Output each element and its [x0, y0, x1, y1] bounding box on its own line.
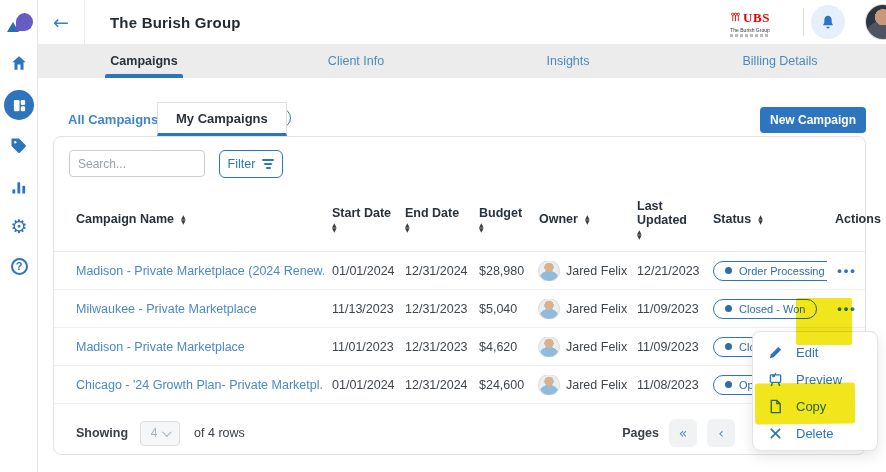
sort-icon[interactable]: ▲▼	[181, 214, 186, 224]
campaign-name-link[interactable]: Madison - Private Marketplace	[54, 340, 324, 354]
active-tab-underline	[105, 74, 183, 78]
budget-cell: $24,600	[471, 378, 531, 392]
row-actions-button[interactable]: •••	[827, 263, 865, 278]
owner-cell: Jared Felix	[531, 337, 629, 357]
bar-chart-icon	[11, 178, 28, 195]
status-dot-icon	[725, 343, 732, 350]
budget-cell: $5,040	[471, 302, 531, 316]
notifications-button[interactable]	[811, 5, 845, 39]
prev-page-button[interactable]: ‹	[707, 419, 735, 447]
owner-cell: Jared Felix	[531, 375, 629, 395]
pencil-icon	[768, 345, 783, 360]
ubs-tagline: The Burish Group	[730, 27, 769, 33]
status-dot-icon	[725, 267, 732, 274]
sidebar-item-settings[interactable]: ⚙	[0, 211, 38, 241]
sort-icon[interactable]: ▲▼	[758, 214, 763, 224]
menu-item-edit[interactable]: Edit	[753, 339, 877, 366]
app-logo	[7, 13, 33, 33]
left-sidebar: ⚙ ?	[0, 0, 38, 472]
page-size-select[interactable]: 4	[140, 421, 180, 446]
back-button[interactable]: ←	[38, 0, 85, 44]
campaign-name-link[interactable]: Milwaukee - Private Marketplace	[54, 302, 324, 316]
preview-icon	[768, 372, 783, 387]
gear-icon: ⚙	[10, 217, 27, 236]
pages-label: Pages	[622, 426, 659, 440]
last-updated-cell: 12/21/2023	[629, 264, 705, 278]
subtab-all-campaigns[interactable]: All Campaigns	[68, 104, 158, 134]
sidebar-item-help[interactable]: ?	[0, 251, 38, 281]
ubs-logo: UBS The Burish Group	[700, 6, 800, 40]
end-date-cell: 12/31/2024	[397, 264, 471, 278]
first-page-button[interactable]: «	[669, 419, 697, 447]
tab-billing-details[interactable]: Billing Details	[674, 44, 886, 78]
sort-icon[interactable]: ▲▼	[405, 222, 410, 232]
tab-label: Billing Details	[742, 54, 817, 68]
tab-campaigns[interactable]: Campaigns	[38, 44, 250, 78]
budget-cell: $4,620	[471, 340, 531, 354]
table-footer: Showing 4 of 4 rows Pages « ‹	[54, 411, 865, 455]
new-campaign-button[interactable]: New Campaign	[760, 107, 866, 133]
status-dot-icon	[725, 305, 732, 312]
owner-avatar	[539, 299, 559, 319]
tab-client-info[interactable]: Client Info	[250, 44, 462, 78]
subtab-my-campaigns[interactable]: My Campaigns	[157, 102, 287, 136]
filter-label: Filter	[228, 157, 256, 171]
tab-label: Client Info	[328, 54, 384, 68]
owner-avatar	[539, 337, 559, 357]
sidebar-item-analytics[interactable]	[0, 171, 38, 201]
end-date-cell: 12/31/2023	[397, 340, 471, 354]
col-budget[interactable]: Budget ▲▼	[471, 206, 531, 232]
sort-icon[interactable]: ▲▼	[479, 222, 484, 232]
help-icon: ?	[11, 258, 28, 275]
budget-cell: $28,980	[471, 264, 531, 278]
last-updated-cell: 11/09/2023	[629, 302, 705, 316]
filter-button[interactable]: Filter	[219, 150, 283, 178]
bell-icon	[820, 14, 836, 31]
menu-item-copy[interactable]: Copy	[753, 393, 877, 420]
table-row: Milwaukee - Private Marketplace 11/13/20…	[54, 290, 865, 328]
col-status[interactable]: Status ▲▼	[705, 212, 827, 226]
status-cell: Closed - Won	[705, 299, 827, 319]
end-date-cell: 12/31/2024	[397, 378, 471, 392]
start-date-cell: 01/01/2024	[324, 378, 397, 392]
sort-icon[interactable]: ▲▼	[637, 229, 642, 239]
col-owner[interactable]: Owner ▲▼	[531, 212, 629, 226]
start-date-cell: 01/01/2024	[324, 264, 397, 278]
menu-item-delete[interactable]: Delete	[753, 420, 877, 447]
header-divider	[803, 8, 804, 36]
x-icon	[768, 427, 783, 440]
sidebar-item-home[interactable]	[0, 48, 38, 78]
col-last-updated[interactable]: Last Updated ▲▼	[629, 199, 705, 239]
user-avatar[interactable]	[866, 5, 886, 39]
col-campaign-name[interactable]: Campaign Name ▲▼	[54, 212, 324, 226]
sidebar-item-tags[interactable]	[0, 131, 38, 161]
row-count-label: of 4 rows	[194, 426, 245, 440]
active-indicator	[4, 90, 34, 120]
ubs-wordmark: UBS	[743, 10, 770, 26]
last-updated-cell: 11/09/2023	[629, 340, 705, 354]
search-input[interactable]	[69, 150, 205, 177]
menu-item-preview[interactable]: Preview	[753, 366, 877, 393]
tab-insights[interactable]: Insights	[462, 44, 674, 78]
owner-cell: Jared Felix	[531, 261, 629, 281]
campaign-name-link[interactable]: Chicago - '24 Growth Plan- Private Marke…	[54, 378, 324, 392]
row-actions-button-open[interactable]: •••	[827, 301, 865, 316]
section-tabs: Campaigns Client Info Insights Billing D…	[38, 44, 886, 78]
campaigns-panel: Filter Campaign Name ▲▼ Start Date ▲▼ En…	[53, 136, 866, 455]
table-row: Madison - Private Marketplace (2024 Rene…	[54, 252, 865, 290]
status-dot-icon	[725, 381, 732, 388]
sidebar-item-dashboard-active[interactable]	[0, 90, 38, 120]
table-row: Chicago - '24 Growth Plan- Private Marke…	[54, 366, 865, 404]
ubs-keys-icon	[730, 12, 741, 23]
sort-icon[interactable]: ▲▼	[332, 222, 337, 232]
col-start-date[interactable]: Start Date ▲▼	[324, 206, 397, 232]
owner-avatar	[539, 261, 559, 281]
sort-icon[interactable]: ▲▼	[585, 214, 590, 224]
chevron-down-icon	[162, 427, 172, 437]
col-end-date[interactable]: End Date ▲▼	[397, 206, 471, 232]
home-icon	[10, 54, 28, 72]
arrow-left-icon: ←	[53, 11, 69, 33]
table-row: Madison - Private Marketplace 11/01/2023…	[54, 328, 865, 366]
owner-avatar	[539, 375, 559, 395]
campaign-name-link[interactable]: Madison - Private Marketplace (2024 Rene…	[54, 264, 324, 278]
